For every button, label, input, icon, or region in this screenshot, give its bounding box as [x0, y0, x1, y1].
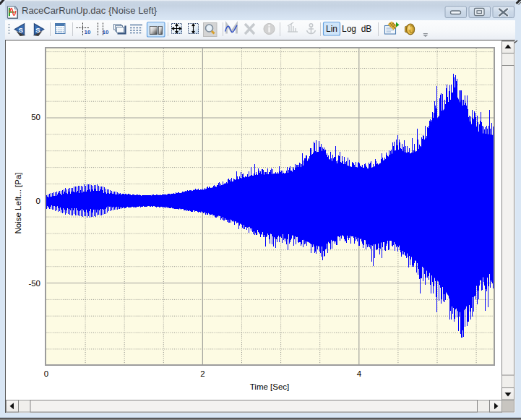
svg-text:10: 10: [103, 29, 109, 35]
svg-text:4: 4: [357, 369, 362, 378]
svg-text:0: 0: [44, 369, 48, 378]
svg-text:Log: Log: [342, 24, 356, 34]
svg-text:Noise Left... [Pa]: Noise Left... [Pa]: [14, 172, 22, 233]
svg-text:dB: dB: [361, 24, 372, 34]
svg-text:Lin: Lin: [326, 24, 337, 34]
svg-text:2: 2: [200, 369, 204, 378]
svg-text:50: 50: [31, 113, 40, 121]
svg-text:10: 10: [85, 29, 91, 35]
svg-text:-50: -50: [28, 279, 40, 288]
svg-text:0: 0: [36, 197, 40, 205]
svg-text:S: S: [18, 26, 22, 34]
svg-text:S: S: [35, 26, 40, 34]
svg-text:Time [Sec]: Time [Sec]: [250, 382, 290, 391]
